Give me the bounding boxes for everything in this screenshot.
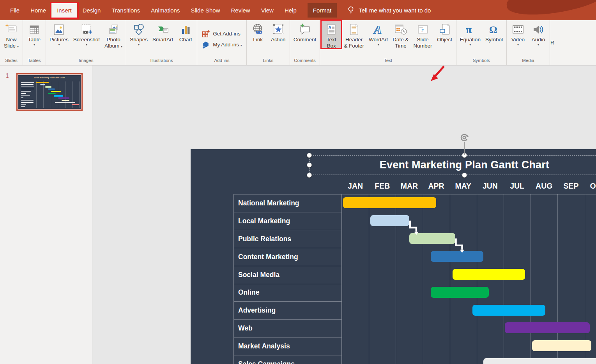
mini-gantt-bar [36,82,49,83]
task-label-content-marketing[interactable]: Content Marketing [234,248,341,266]
text-box-icon: A [325,23,338,37]
ribbon-button-symbol[interactable]: ΩSymbol [483,21,505,43]
svg-text:A: A [373,23,382,36]
ribbon-button-object[interactable]: Object [435,21,455,43]
gantt-bar-national-marketing[interactable] [343,197,436,208]
ribbon-button-equation[interactable]: πEquation▾ [458,21,483,47]
mini-task-label [21,104,26,105]
mini-task-label [21,82,34,83]
menu-tab-format[interactable]: Format [308,3,337,18]
ribbon-button-audio[interactable]: Audio▾ [528,21,548,47]
gantt-bar-content-marketing[interactable] [431,251,483,262]
month-gridline [557,194,558,364]
task-label-sales-campaigns[interactable]: Sales Campaigns [234,355,341,364]
gantt-bar-sales-campaigns[interactable] [483,358,596,364]
ribbon-group-label: Tables [24,57,44,65]
audio-icon [531,23,545,37]
mini-task-label [21,100,34,101]
chevron-down-icon: ▾ [517,43,519,47]
task-label-online[interactable]: Online [234,284,341,302]
selection-handle[interactable] [462,173,467,178]
mini-slide-title: Event Marketing Plan Gantt Chart [18,76,81,79]
menu-tab-animations[interactable]: Animations [145,3,185,18]
slide-thumbnail[interactable]: Event Marketing Plan Gantt Chart [16,73,83,111]
menu-tab-help[interactable]: Help [279,3,302,18]
selection-handle[interactable] [307,173,312,178]
lightbulb-icon [347,6,355,14]
gantt-bar-web[interactable] [505,322,590,333]
ribbon-group-links: LinkActionLinks [247,20,290,65]
ribbon-button-comment[interactable]: Comment [291,21,319,43]
action-icon [272,23,285,37]
mini-task-label [21,102,34,103]
mini-gantt-bar [45,86,51,87]
menu-tab-file[interactable]: File [5,3,25,18]
mini-gantt-bar [40,84,45,85]
ribbon-button-chart[interactable]: Chart [175,21,196,43]
ribbon-clipped-button[interactable]: R [550,20,555,65]
table-icon [28,23,41,37]
gantt-bar-local-marketing[interactable] [370,215,409,226]
ribbon-button-action[interactable]: Action [268,21,288,43]
gantt-bar-public-relations[interactable] [409,233,455,244]
tell-me-box[interactable]: Tell me what you want to do [347,6,431,14]
ribbon-button-screenshot[interactable]: Screenshot▾ [71,21,102,47]
ribbon-button-label: Shapes [130,37,148,43]
ribbon-button-date-time[interactable]: Date &Time [390,21,411,49]
rotate-handle-icon[interactable] [459,132,470,145]
gantt-bar-market-analysis[interactable] [532,340,591,351]
task-label-public-relations[interactable]: Public Relations [234,230,341,248]
ribbon-button-pictures[interactable]: Pictures▾ [47,21,71,47]
gantt-bar-online[interactable] [431,287,489,298]
month-gridline [369,194,369,364]
chevron-down-icon: ▾ [538,43,539,47]
ribbon-button-smartart[interactable]: SmartArt [150,21,175,43]
ribbon-button-link[interactable]: Link [248,21,268,43]
menu-tab-design[interactable]: Design [77,3,106,18]
task-label-market-analysis[interactable]: Market Analysis [234,337,341,355]
month-header-may: MAY [450,182,477,192]
ribbon-button-video[interactable]: Video▾ [508,21,528,47]
ribbon-button-label: Chart [179,37,192,43]
menu-tab-transitions[interactable]: Transitions [106,3,145,18]
task-label-local-marketing[interactable]: Local Marketing [234,212,341,230]
gantt-bar-advertising[interactable] [472,305,545,316]
menu-tab-review[interactable]: Review [225,3,255,18]
selection-handle[interactable] [307,163,312,168]
ribbon-button-text-box[interactable]: ATextBox [321,21,341,49]
task-label-advertising[interactable]: Advertising [234,302,341,320]
menu-tab-view[interactable]: View [256,3,279,18]
mini-task-label [21,97,23,98]
get-add-ins-icon [202,30,210,38]
task-label-web[interactable]: Web [234,320,341,337]
gantt-bar-social-media[interactable] [453,269,525,280]
ribbon-button-table[interactable]: Table▾ [24,21,44,47]
task-label-social-media[interactable]: Social Media [234,266,341,284]
svg-text:π: π [466,23,472,35]
menu-tab-insert[interactable]: Insert [51,3,77,18]
ribbon-button-label: WordArt [369,37,388,43]
title-textbox[interactable]: Event Marketing Plan Gantt Chart [309,155,596,175]
ribbon-button-wordart[interactable]: AWordArt▾ [366,21,390,47]
ribbon-group-add-ins: Get Add-insMy Add-ins ▾Add-ins [197,20,247,65]
ribbon-button-get-add-ins[interactable]: Get Add-ins [202,30,241,38]
menu-tab-home[interactable]: Home [25,3,51,18]
ribbon-button-new-slide[interactable]: NewSlide ▾ [1,21,21,49]
ribbon-button-photo-album[interactable]: PhotoAlbum ▾ [102,21,125,49]
ribbon-group-comments: CommentComments [290,20,320,65]
smartart-icon [156,23,170,37]
ribbon-button-shapes[interactable]: Shapes▾ [127,21,150,47]
ribbon-button-label: Date &Time [393,37,409,49]
slide-canvas[interactable]: Event Marketing Plan Gantt ChartJANFEBMA… [191,149,596,364]
mini-gridline [65,81,65,108]
selection-handle[interactable] [307,153,312,158]
month-gridline [450,194,450,364]
ribbon-button-my-add-ins[interactable]: My Add-ins ▾ [202,41,242,49]
ribbon-button-header-footer[interactable]: Header& Footer [341,21,366,49]
menu-tab-slide-show[interactable]: Slide Show [185,3,225,18]
task-label-national-marketing[interactable]: National Marketing [234,194,341,212]
month-gridline [585,194,585,364]
month-gridline [423,194,423,364]
mini-gantt-bar [58,97,69,99]
ribbon-button-slide-number[interactable]: #SlideNumber [411,21,435,49]
